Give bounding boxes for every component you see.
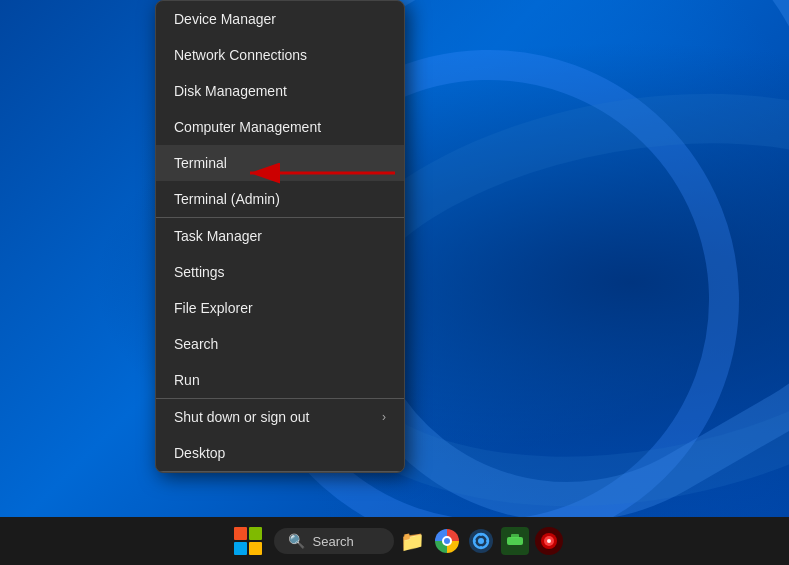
menu-label-terminal-admin: Terminal (Admin): [174, 191, 280, 207]
menu-label-network-connections: Network Connections: [174, 47, 307, 63]
svg-rect-8: [507, 537, 523, 545]
menu-section-1: Device Manager Network Connections Disk …: [156, 1, 404, 218]
circle-settings-icon: [469, 529, 493, 553]
menu-label-shutdown: Shut down or sign out: [174, 409, 309, 425]
menu-item-terminal-admin[interactable]: Terminal (Admin): [156, 181, 404, 217]
start-button[interactable]: [226, 521, 270, 561]
menu-item-search[interactable]: Search: [156, 326, 404, 362]
taskbar-items: 🔍 Search 📁: [226, 521, 564, 561]
menu-item-device-manager[interactable]: Device Manager: [156, 1, 404, 37]
menu-label-computer-management: Computer Management: [174, 119, 321, 135]
menu-item-settings[interactable]: Settings: [156, 254, 404, 290]
menu-item-computer-management[interactable]: Computer Management: [156, 109, 404, 145]
menu-label-run: Run: [174, 372, 200, 388]
menu-item-terminal[interactable]: Terminal: [156, 145, 404, 181]
menu-label-device-manager: Device Manager: [174, 11, 276, 27]
menu-label-file-explorer: File Explorer: [174, 300, 253, 316]
menu-item-run[interactable]: Run: [156, 362, 404, 398]
menu-item-file-explorer[interactable]: File Explorer: [156, 290, 404, 326]
file-explorer-button[interactable]: 📁: [398, 526, 428, 556]
red-app-icon: [535, 527, 563, 555]
menu-label-settings: Settings: [174, 264, 225, 280]
svg-point-12: [547, 539, 551, 543]
folder-icon: 📁: [400, 529, 425, 553]
menu-label-terminal: Terminal: [174, 155, 227, 171]
menu-item-desktop[interactable]: Desktop: [156, 435, 404, 471]
search-label: Search: [313, 534, 354, 549]
circular-settings-button[interactable]: [466, 526, 496, 556]
menu-item-disk-management[interactable]: Disk Management: [156, 73, 404, 109]
menu-label-disk-management: Disk Management: [174, 83, 287, 99]
menu-item-network-connections[interactable]: Network Connections: [156, 37, 404, 73]
green-app-icon: [501, 527, 529, 555]
menu-item-shutdown[interactable]: Shut down or sign out ›: [156, 399, 404, 435]
submenu-arrow-icon: ›: [382, 410, 386, 424]
menu-section-3: Shut down or sign out › Desktop: [156, 399, 404, 472]
context-menu: Device Manager Network Connections Disk …: [155, 0, 405, 473]
svg-rect-9: [511, 534, 519, 538]
red-app-button[interactable]: [534, 526, 564, 556]
taskbar-search-button[interactable]: 🔍 Search: [274, 528, 394, 554]
search-icon: 🔍: [288, 533, 305, 549]
taskbar: 🔍 Search 📁: [0, 517, 789, 565]
menu-label-task-manager: Task Manager: [174, 228, 262, 244]
green-app-button[interactable]: [500, 526, 530, 556]
svg-point-3: [478, 538, 484, 544]
windows-logo-icon: [234, 527, 262, 555]
menu-section-2: Task Manager Settings File Explorer Sear…: [156, 218, 404, 399]
menu-label-desktop: Desktop: [174, 445, 225, 461]
menu-item-task-manager[interactable]: Task Manager: [156, 218, 404, 254]
chrome-icon: [435, 529, 459, 553]
chrome-button[interactable]: [432, 526, 462, 556]
menu-label-search: Search: [174, 336, 218, 352]
